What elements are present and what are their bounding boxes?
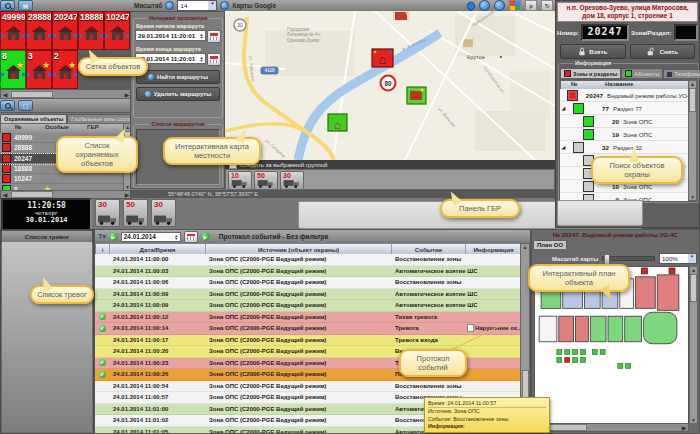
event-row[interactable]: ✓ 24.01.2014 11:00:17 Зона ОПС (С2000-PG… <box>95 335 522 347</box>
start-time-input[interactable]: 29.01.2014 11:20:01 ▲▼ <box>135 30 206 41</box>
pin-icon[interactable] <box>465 0 476 11</box>
map-sign-80[interactable]: 80 <box>381 76 396 91</box>
prev-day-icon[interactable]: ▶ <box>109 232 118 241</box>
object-tile[interactable]: 3 ★ <box>26 50 52 89</box>
layers-icon[interactable] <box>220 1 229 10</box>
search-button[interactable] <box>0 100 15 111</box>
tab-zones[interactable]: Зоны и разделы <box>560 68 621 78</box>
spinner[interactable]: ▲▼ <box>198 56 205 62</box>
search-button[interactable] <box>0 0 15 11</box>
tab-guarded-objects[interactable]: Охраняемые объекты <box>0 114 67 123</box>
tab-phones[interactable]: Телефоны <box>663 69 700 78</box>
gbr-unit-button[interactable]: 50 <box>123 199 148 227</box>
chevron-down-icon[interactable]: ▼ <box>688 254 696 263</box>
expand-icon[interactable]: ◢ <box>560 105 567 111</box>
refresh-icon[interactable]: ↻ <box>541 0 553 11</box>
scroll-thumb[interactable] <box>11 191 53 198</box>
plan-scale-value: 100% <box>662 255 678 262</box>
scroll-left-icon[interactable]: ◀ <box>1 191 9 198</box>
tab-plan[interactable]: План ОО <box>533 240 567 249</box>
plan-scale-slider[interactable] <box>602 256 655 261</box>
object-tile[interactable]: 49999 ★ <box>0 11 26 50</box>
object-tile[interactable]: 10247 ★ <box>104 11 130 50</box>
geo-icon[interactable] <box>494 0 505 11</box>
event-row[interactable]: ✓ 24.01.2014 11:00:54 Зона ОПС (С2000-PG… <box>95 381 522 393</box>
calendar-icon[interactable] <box>207 30 221 43</box>
event-row[interactable]: ✓ 24.01.2014 11:00:03 Зона ОПС (С2000-PG… <box>95 266 522 278</box>
arm-button[interactable]: Взять <box>560 44 626 59</box>
tree-row[interactable]: ◢ 20 Зона ОПС <box>560 115 689 128</box>
gbr-unit-button[interactable]: 10 <box>228 171 252 190</box>
scroll-up-icon[interactable]: ▲ <box>521 244 529 250</box>
disarm-button[interactable]: Снять <box>630 44 696 59</box>
plan-vscrollbar[interactable]: ▲ ▼ <box>689 266 698 424</box>
calendar-icon[interactable] <box>207 53 221 66</box>
number-label: Номер: <box>557 29 579 36</box>
scroll-thumb[interactable] <box>545 424 587 431</box>
scroll-thumb[interactable] <box>11 91 53 98</box>
clock-time: 11:20:58 <box>3 201 90 210</box>
next-day-icon[interactable]: ▶ <box>201 232 210 241</box>
grid-hscrollbar[interactable]: ◀ ▶ <box>0 89 132 99</box>
map-label-krutoe: Крутое <box>467 54 485 60</box>
tree-row[interactable]: ◢ 19 Зона ОПС <box>560 128 689 141</box>
event-row[interactable]: ✓ 24.01.2014 11:00:00 Зона ОПС (С2000-PG… <box>95 254 522 266</box>
globe-icon[interactable] <box>479 0 490 11</box>
scroll-up-icon[interactable]: ▲ <box>690 267 697 273</box>
event-row[interactable]: ✓ 24.01.2014 11:00:14 Зона ОПС (С2000-PG… <box>95 323 522 335</box>
event-row[interactable]: ✓ 24.01.2014 11:00:06 Зона ОПС (С2000-PG… <box>95 277 522 289</box>
scale-select[interactable]: 14 ▼ <box>177 0 217 11</box>
gbr-unit-button[interactable]: 50 <box>254 171 278 190</box>
object-number: 20247 <box>54 12 78 22</box>
object-row[interactable]: 10247 ★ <box>0 174 123 184</box>
calendar-icon[interactable] <box>184 231 198 243</box>
scroll-left-icon[interactable]: ◀ <box>1 91 9 98</box>
gbr-unit-button[interactable]: 30 <box>151 199 176 227</box>
filter-icon[interactable]: T▾ <box>98 233 106 241</box>
tree-row[interactable]: ◢ 32 Раздел 32 <box>560 141 689 154</box>
find-routes-button[interactable]: Найти маршруты <box>136 70 220 84</box>
event-row[interactable]: ✓ 24.01.2014 11:00:09 Зона ОПС (С2000-PG… <box>95 300 522 312</box>
tree-row[interactable]: ◢ 20247 Ведомый режим работы УО-4С <box>560 89 689 102</box>
object-tile[interactable]: 28888 ★ <box>26 11 52 50</box>
event-row[interactable]: ✓ 24.01.2014 11:00:09 Зона ОПС (С2000-PG… <box>95 289 522 301</box>
plan-scale-select[interactable]: 100% ▼ <box>659 253 697 264</box>
scroll-right-icon[interactable]: ▶ <box>680 424 688 431</box>
tree-row[interactable]: ◢ 77 Раздел 77 <box>560 102 689 115</box>
events-date-input[interactable]: 24.01.2014 ▲▼ <box>121 232 181 242</box>
object-tile[interactable]: 8 ★ <box>0 50 26 89</box>
spinner[interactable]: ▲▼ <box>198 33 205 39</box>
gbr-unit-button[interactable]: 30 <box>95 199 120 227</box>
object-tile[interactable]: 2 ★ <box>52 50 78 89</box>
chevron-down-icon[interactable]: ▼ <box>208 1 216 10</box>
note-box[interactable] <box>557 200 643 226</box>
alarms-list[interactable] <box>2 242 92 432</box>
object-state-icon <box>2 164 11 173</box>
map-marker-alarm[interactable]: ⌂ <box>372 49 393 67</box>
tab-abonents[interactable]: Абоненты <box>621 68 663 78</box>
scroll-thumb[interactable] <box>690 274 697 302</box>
callout-alarms: Список тревог <box>30 285 94 304</box>
map-marker-ok[interactable]: ⌂ <box>328 114 347 132</box>
google-maps-icon[interactable] <box>509 0 521 11</box>
scroll-up-icon[interactable]: ▲ <box>689 81 696 87</box>
map-marker-gbr[interactable] <box>407 87 426 104</box>
scroll-thumb[interactable] <box>689 88 696 112</box>
object-tile[interactable]: 20247 ★ <box>52 11 78 50</box>
expand-icon[interactable]: ◢ <box>560 144 567 150</box>
gbr-unit-button[interactable]: 30 <box>280 171 304 190</box>
grid-view-button[interactable]: ▤ <box>18 0 33 11</box>
tree-vscrollbar[interactable]: ▲ ▼ <box>688 80 697 201</box>
panel-toggle-button[interactable]: ▢ <box>18 100 33 111</box>
event-source: Зона ОПС (С2000-PGE Ведущий режим) <box>205 371 391 377</box>
scroll-down-icon[interactable]: ▼ <box>690 417 697 423</box>
event-row[interactable]: ✓ 24.01.2014 11:00:12 Зона ОПС (С2000-PG… <box>95 312 522 324</box>
delete-routes-button[interactable]: Удалить маршруты <box>136 87 220 101</box>
plan-hscrollbar[interactable]: ◀ ▶ <box>534 423 689 432</box>
map-marker-top[interactable] <box>393 11 410 21</box>
spinner[interactable]: ▲▼ <box>173 234 180 240</box>
print-icon[interactable]: p <box>525 0 537 11</box>
interactive-map[interactable]: Городская больница № 4 г. Орехово-Зуево … <box>225 11 555 160</box>
event-source: Зона ОПС (С2000-PGE Ведущий режим) <box>205 314 391 320</box>
scroll-down-icon[interactable]: ▼ <box>689 194 696 200</box>
